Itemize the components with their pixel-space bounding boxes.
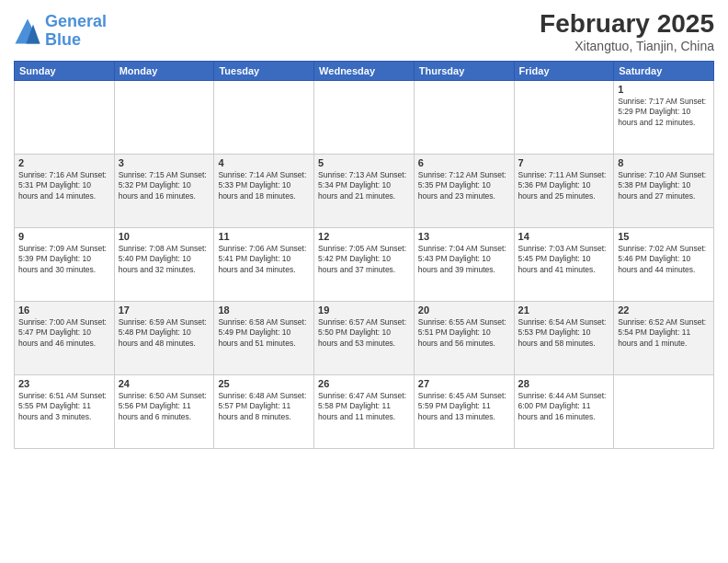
calendar-cell: 3Sunrise: 7:15 AM Sunset: 5:32 PM Daylig…	[114, 155, 214, 228]
day-info: Sunrise: 7:00 AM Sunset: 5:47 PM Dayligh…	[18, 317, 110, 349]
calendar-header-row: Sunday Monday Tuesday Wednesday Thursday…	[15, 62, 714, 81]
calendar-cell: 13Sunrise: 7:04 AM Sunset: 5:43 PM Dayli…	[414, 228, 514, 302]
day-number: 7	[518, 157, 610, 168]
calendar-cell: 26Sunrise: 6:47 AM Sunset: 5:58 PM Dayli…	[314, 375, 415, 449]
calendar-cell	[15, 81, 115, 155]
day-number: 15	[618, 231, 710, 242]
day-info: Sunrise: 7:11 AM Sunset: 5:36 PM Dayligh…	[518, 170, 610, 201]
day-info: Sunrise: 7:14 AM Sunset: 5:33 PM Dayligh…	[218, 170, 310, 201]
logo-icon	[14, 17, 41, 45]
day-number: 28	[518, 378, 610, 389]
day-number: 21	[518, 304, 610, 316]
calendar-week-4: 16Sunrise: 7:00 AM Sunset: 5:47 PM Dayli…	[15, 302, 714, 375]
logo-line2: Blue	[45, 30, 81, 49]
calendar-table: Sunday Monday Tuesday Wednesday Thursday…	[14, 61, 714, 449]
calendar-cell: 25Sunrise: 6:48 AM Sunset: 5:57 PM Dayli…	[214, 375, 314, 449]
day-number: 22	[618, 304, 710, 316]
calendar-cell	[514, 81, 614, 155]
day-number: 3	[119, 157, 210, 168]
col-sunday: Sunday	[15, 62, 115, 81]
day-info: Sunrise: 7:03 AM Sunset: 5:45 PM Dayligh…	[518, 244, 610, 275]
calendar-cell: 12Sunrise: 7:05 AM Sunset: 5:42 PM Dayli…	[314, 228, 415, 302]
day-number: 25	[218, 378, 310, 389]
calendar-cell: 23Sunrise: 6:51 AM Sunset: 5:55 PM Dayli…	[15, 375, 115, 449]
calendar-week-1: 1Sunrise: 7:17 AM Sunset: 5:29 PM Daylig…	[15, 81, 714, 155]
day-number: 6	[418, 157, 510, 168]
day-number: 18	[218, 304, 310, 316]
day-info: Sunrise: 7:06 AM Sunset: 5:41 PM Dayligh…	[218, 244, 310, 275]
day-number: 27	[418, 378, 510, 389]
day-info: Sunrise: 6:50 AM Sunset: 5:56 PM Dayligh…	[119, 391, 210, 422]
col-wednesday: Wednesday	[314, 62, 415, 81]
calendar-cell	[214, 81, 314, 155]
day-number: 20	[418, 304, 510, 316]
day-info: Sunrise: 7:15 AM Sunset: 5:32 PM Dayligh…	[119, 170, 210, 201]
calendar-cell: 10Sunrise: 7:08 AM Sunset: 5:40 PM Dayli…	[114, 228, 214, 302]
calendar-week-2: 2Sunrise: 7:16 AM Sunset: 5:31 PM Daylig…	[15, 155, 714, 228]
col-thursday: Thursday	[414, 62, 514, 81]
day-number: 4	[218, 157, 310, 168]
day-info: Sunrise: 7:08 AM Sunset: 5:40 PM Dayligh…	[119, 244, 210, 275]
day-info: Sunrise: 7:12 AM Sunset: 5:35 PM Dayligh…	[418, 170, 510, 201]
calendar-title: February 2025	[540, 9, 714, 39]
day-number: 13	[418, 231, 510, 242]
day-number: 19	[318, 304, 410, 316]
calendar-cell	[414, 81, 514, 155]
calendar-cell	[614, 375, 714, 449]
day-number: 11	[218, 231, 310, 242]
day-info: Sunrise: 6:58 AM Sunset: 5:49 PM Dayligh…	[218, 317, 310, 349]
calendar-cell: 2Sunrise: 7:16 AM Sunset: 5:31 PM Daylig…	[15, 155, 115, 228]
calendar-week-3: 9Sunrise: 7:09 AM Sunset: 5:39 PM Daylig…	[15, 228, 714, 302]
col-monday: Monday	[114, 62, 214, 81]
calendar-subtitle: Xitangtuo, Tianjin, China	[540, 39, 714, 53]
day-info: Sunrise: 6:59 AM Sunset: 5:48 PM Dayligh…	[119, 317, 210, 349]
calendar-cell: 11Sunrise: 7:06 AM Sunset: 5:41 PM Dayli…	[214, 228, 314, 302]
calendar-cell: 24Sunrise: 6:50 AM Sunset: 5:56 PM Dayli…	[114, 375, 214, 449]
day-info: Sunrise: 6:47 AM Sunset: 5:58 PM Dayligh…	[318, 391, 410, 422]
col-tuesday: Tuesday	[214, 62, 314, 81]
calendar-cell: 7Sunrise: 7:11 AM Sunset: 5:36 PM Daylig…	[514, 155, 614, 228]
calendar-cell: 9Sunrise: 7:09 AM Sunset: 5:39 PM Daylig…	[15, 228, 115, 302]
day-number: 17	[119, 304, 210, 316]
day-info: Sunrise: 7:13 AM Sunset: 5:34 PM Dayligh…	[318, 170, 410, 201]
day-info: Sunrise: 7:16 AM Sunset: 5:31 PM Dayligh…	[18, 170, 110, 201]
calendar-cell: 6Sunrise: 7:12 AM Sunset: 5:35 PM Daylig…	[414, 155, 514, 228]
calendar-cell: 21Sunrise: 6:54 AM Sunset: 5:53 PM Dayli…	[514, 302, 614, 375]
calendar-cell: 4Sunrise: 7:14 AM Sunset: 5:33 PM Daylig…	[214, 155, 314, 228]
day-number: 9	[18, 231, 110, 242]
logo-line1: General	[45, 12, 107, 30]
calendar-cell: 16Sunrise: 7:00 AM Sunset: 5:47 PM Dayli…	[15, 302, 115, 375]
logo-text: General Blue	[45, 13, 107, 50]
calendar-cell: 19Sunrise: 6:57 AM Sunset: 5:50 PM Dayli…	[314, 302, 415, 375]
day-number: 12	[318, 231, 410, 242]
day-info: Sunrise: 7:04 AM Sunset: 5:43 PM Dayligh…	[418, 244, 510, 275]
day-info: Sunrise: 7:05 AM Sunset: 5:42 PM Dayligh…	[318, 244, 410, 275]
calendar-cell: 17Sunrise: 6:59 AM Sunset: 5:48 PM Dayli…	[114, 302, 214, 375]
day-info: Sunrise: 6:52 AM Sunset: 5:54 PM Dayligh…	[618, 317, 710, 349]
calendar-cell	[114, 81, 214, 155]
day-number: 24	[119, 378, 210, 389]
day-number: 14	[518, 231, 610, 242]
calendar-cell: 27Sunrise: 6:45 AM Sunset: 5:59 PM Dayli…	[414, 375, 514, 449]
day-info: Sunrise: 6:51 AM Sunset: 5:55 PM Dayligh…	[18, 391, 110, 422]
calendar-cell: 1Sunrise: 7:17 AM Sunset: 5:29 PM Daylig…	[614, 81, 714, 155]
calendar-cell: 8Sunrise: 7:10 AM Sunset: 5:38 PM Daylig…	[614, 155, 714, 228]
day-number: 16	[18, 304, 110, 316]
calendar-cell: 20Sunrise: 6:55 AM Sunset: 5:51 PM Dayli…	[414, 302, 514, 375]
day-info: Sunrise: 7:17 AM Sunset: 5:29 PM Dayligh…	[618, 97, 710, 128]
day-number: 10	[119, 231, 210, 242]
day-info: Sunrise: 6:45 AM Sunset: 5:59 PM Dayligh…	[418, 391, 510, 422]
title-block: February 2025 Xitangtuo, Tianjin, China	[540, 9, 714, 53]
calendar-cell: 15Sunrise: 7:02 AM Sunset: 5:46 PM Dayli…	[614, 228, 714, 302]
calendar-cell: 22Sunrise: 6:52 AM Sunset: 5:54 PM Dayli…	[614, 302, 714, 375]
day-number: 23	[18, 378, 110, 389]
day-info: Sunrise: 7:10 AM Sunset: 5:38 PM Dayligh…	[618, 170, 710, 201]
day-number: 1	[618, 84, 710, 95]
calendar-cell: 14Sunrise: 7:03 AM Sunset: 5:45 PM Dayli…	[514, 228, 614, 302]
day-number: 8	[618, 157, 710, 168]
col-saturday: Saturday	[614, 62, 714, 81]
col-friday: Friday	[514, 62, 614, 81]
day-number: 26	[318, 378, 410, 389]
calendar-week-5: 23Sunrise: 6:51 AM Sunset: 5:55 PM Dayli…	[15, 375, 714, 449]
day-info: Sunrise: 6:54 AM Sunset: 5:53 PM Dayligh…	[518, 317, 610, 349]
